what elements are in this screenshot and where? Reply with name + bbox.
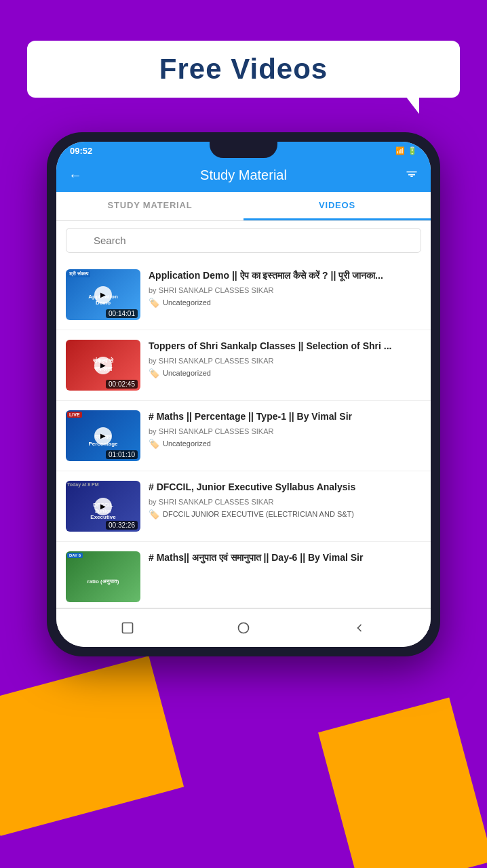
live-badge: LIVE [67,412,82,418]
video-thumbnail-2: संकल्प सेसफलता ▶ 00:02:45 [66,340,140,391]
search-input[interactable] [66,228,421,253]
battery-icon: 🔋 [408,146,417,155]
video-info-2: Toppers of Shri Sankalp Classes || Selec… [149,340,421,378]
video-duration-3: 01:01:10 [106,450,138,459]
tab-videos[interactable]: VIDEOS [244,192,431,220]
video-info-3: # Maths || Percentage || Type-1 || By Vi… [149,410,421,449]
play-button-2[interactable]: ▶ [94,357,112,374]
banner-bubble: Free Videos [27,41,460,98]
video-title-3: # Maths || Percentage || Type-1 || By Vi… [149,410,421,424]
phone-mockup: 09:52 📶 🔋 ← Study Material STUDY MATERIA… [47,132,440,656]
tag-icon-4: 🏷️ [149,509,159,519]
phone-inner: 09:52 📶 🔋 ← Study Material STUDY MATERIA… [56,142,431,647]
video-channel-2: by SHRI SANKALP CLASSES SIKAR [149,357,421,365]
sankalp-badge: श्री संकल्प [67,271,90,277]
video-thumbnail-4: Today at 8 PM DFCCILJuniorExecutive ▶ 00… [66,481,140,532]
search-wrapper: 🔍 [66,228,421,253]
nav-square-button[interactable] [117,617,138,639]
svg-rect-0 [123,623,133,633]
tabs-container: STUDY MATERIAL VIDEOS [56,192,431,221]
nav-home-button[interactable] [233,617,254,639]
phone-outer: 09:52 📶 🔋 ← Study Material STUDY MATERIA… [47,132,440,656]
table-row[interactable]: श्री संकल्प ApplicationDemo ▶ 00:14:01 A… [56,260,431,330]
tag-icon-1: 🏷️ [149,298,159,308]
tag-icon-3: 🏷️ [149,439,159,449]
video-duration-1: 00:14:01 [106,309,138,318]
table-row[interactable]: LIVE प्रतिशतPercentage ▶ 01:01:10 # Math… [56,401,431,471]
video-channel-1: by SHRI SANKALP CLASSES SIKAR [149,286,421,294]
video-duration-4: 00:32:26 [106,521,138,530]
video-title-2: Toppers of Shri Sankalp Classes || Selec… [149,340,421,353]
video-thumbnail-5: DAY 6 ratio (अनुपात) [66,551,140,602]
play-button-4[interactable]: ▶ [94,498,112,515]
thumb-bg-5: DAY 6 ratio (अनुपात) [66,551,140,602]
page-title: Study Material [200,167,287,183]
today-label: Today at 8 PM [67,482,99,487]
banner-title: Free Videos [159,53,328,85]
video-tag-2: 🏷️ Uncategorized [149,368,421,378]
svg-point-1 [238,623,248,633]
table-row[interactable]: संकल्प सेसफलता ▶ 00:02:45 Toppers of Shr… [56,330,431,401]
video-duration-2: 00:02:45 [106,380,138,389]
day-badge: DAY 6 [67,553,83,558]
video-title-1: Application Demo || ऐप का इस्तमाल कैसे क… [149,269,421,283]
status-icons: 📶 🔋 [395,146,417,155]
video-tag-3: 🏷️ Uncategorized [149,439,421,449]
back-button[interactable]: ← [69,167,82,183]
video-info-1: Application Demo || ऐप का इस्तमाल कैसे क… [149,269,421,308]
video-title-4: # DFCCIL, Junior Executive Syllabus Anal… [149,481,421,494]
video-tag-1: 🏷️ Uncategorized [149,298,421,308]
nav-bar [56,608,431,647]
video-info-5: # Maths|| अनुपात एवं समानुपात || Day-6 |… [149,551,421,568]
phone-notch [210,142,277,158]
video-channel-4: by SHRI SANKALP CLASSES SIKAR [149,498,421,506]
video-info-4: # DFCCIL, Junior Executive Syllabus Anal… [149,481,421,519]
video-title-5: # Maths|| अनुपात एवं समानुपात || Day-6 |… [149,551,421,565]
filter-icon[interactable] [405,167,418,184]
video-thumbnail-3: LIVE प्रतिशतPercentage ▶ 01:01:10 [66,410,140,461]
app-header: ← Study Material [56,159,431,192]
tag-icon-2: 🏷️ [149,368,159,378]
video-channel-3: by SHRI SANKALP CLASSES SIKAR [149,427,421,435]
play-button-3[interactable]: ▶ [94,427,112,445]
banner-container: Free Videos [27,41,460,98]
search-container: 🔍 [56,221,431,260]
signal-icon: 📶 [395,146,405,155]
video-thumbnail-1: श्री संकल्प ApplicationDemo ▶ 00:14:01 [66,269,140,320]
table-row[interactable]: DAY 6 ratio (अनुपात) # Maths|| अनुपात एव… [56,542,431,608]
status-time: 09:52 [70,146,92,156]
video-list: श्री संकल्प ApplicationDemo ▶ 00:14:01 A… [56,260,431,608]
play-button-1[interactable]: ▶ [94,286,112,304]
nav-back-button[interactable] [349,617,370,639]
table-row[interactable]: Today at 8 PM DFCCILJuniorExecutive ▶ 00… [56,471,431,542]
video-tag-4: 🏷️ DFCCIL JUNIOR EXECUTIVE (ELECTRICIAN … [149,509,421,519]
tab-study-material[interactable]: STUDY MATERIAL [56,192,244,220]
